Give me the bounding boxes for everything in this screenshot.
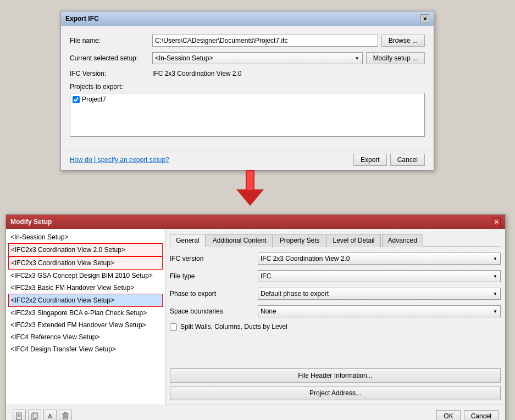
- tab-property-sets[interactable]: Property Sets: [274, 234, 326, 247]
- export-dialog-title: Export IFC: [65, 15, 99, 23]
- setup-select-wrapper: <In-Session Setup>: [152, 52, 363, 64]
- file-header-info-button[interactable]: File Header Information...: [170, 368, 501, 383]
- modify-cancel-button[interactable]: Cancel: [464, 410, 499, 420]
- phase-option-row: Phase to export Default phase to export: [170, 288, 501, 300]
- setup-label: Current selected setup:: [70, 54, 152, 62]
- phase-select-wrapper: Default phase to export: [258, 288, 501, 300]
- copy-icon-svg: [31, 412, 38, 420]
- export-dialog-footer: How do I specify an export setup? Export…: [61, 149, 434, 170]
- modify-dialog-body: <In-Session Setup> <IFC2x3 Coordination …: [6, 229, 505, 405]
- setup-item-in-session[interactable]: <In-Session Setup>: [8, 231, 163, 243]
- tab-additional-content[interactable]: Additional Content: [207, 234, 273, 247]
- export-footer-buttons: Export Cancel: [353, 154, 425, 166]
- ifc-version-select[interactable]: IFC 2x3 Coordination View 2.0: [258, 253, 501, 265]
- modify-ok-cancel-buttons: OK Cancel: [436, 410, 499, 420]
- setup-item-gsa-concept[interactable]: <IFC2x3 GSA Concept Design BIM 2010 Setu…: [8, 270, 163, 282]
- modify-close-btn[interactable]: ✕: [492, 217, 501, 226]
- new-setup-icon[interactable]: [13, 410, 26, 420]
- browse-button[interactable]: Browse ...: [381, 35, 425, 47]
- phase-select[interactable]: Default phase to export: [258, 288, 501, 300]
- export-button[interactable]: Export: [353, 154, 387, 166]
- export-dialog-titlebar: Export IFC ✕: [61, 12, 434, 26]
- setup-select-area: <In-Session Setup> Modify setup ...: [152, 52, 425, 64]
- file-type-option-label: File type: [170, 272, 258, 280]
- project-checkbox[interactable]: [73, 96, 80, 103]
- setup-item-extended-fm[interactable]: <IFC2x3 Extended FM Handover View Setup>: [8, 319, 163, 331]
- space-boundaries-option-label: Space boundaries: [170, 307, 258, 315]
- project-name: Project7: [82, 96, 106, 103]
- projects-list: Project7: [70, 93, 425, 137]
- setup-item-basic-fm[interactable]: <IFC2x3 Basic FM Handover View Setup>: [8, 282, 163, 294]
- svg-rect-2: [247, 171, 253, 190]
- export-dialog-close-btn[interactable]: ✕: [420, 14, 429, 23]
- export-dialog-body: File name: Browse ... Current selected s…: [61, 26, 434, 149]
- modify-setup-dialog: Modify Setup ✕ <In-Session Setup> <IFC2x…: [5, 214, 506, 420]
- split-walls-label: Split Walls, Columns, Ducts by Level: [180, 323, 287, 331]
- setup-item-ifc2x3-coord-2[interactable]: <IFC2x3 Coordination View 2.0 Setup>: [8, 243, 163, 256]
- space-boundaries-select[interactable]: None: [258, 305, 501, 317]
- modify-dialog-footer: A OK Cancel: [6, 405, 505, 420]
- svg-rect-3: [16, 413, 21, 419]
- svg-marker-1: [236, 189, 264, 206]
- file-input-area: Browse ...: [152, 35, 425, 47]
- tab-level-of-detail[interactable]: Level of Detail: [326, 234, 380, 247]
- down-arrow-icon: [236, 170, 264, 206]
- svg-rect-8: [33, 413, 37, 418]
- project-item: Project7: [73, 96, 422, 103]
- ifc-version-option-label: IFC version: [170, 255, 258, 262]
- ifc-version-value: IFC 2x3 Coordination View 2.0: [152, 70, 242, 77]
- new-icon-svg: [15, 412, 23, 420]
- projects-label: Projects to export:: [70, 83, 425, 91]
- ifc-version-select-wrapper: IFC 2x3 Coordination View 2.0: [258, 253, 501, 265]
- space-boundaries-select-wrapper: None: [258, 305, 501, 317]
- options-spacer: [170, 336, 501, 363]
- help-link[interactable]: How do I specify an export setup?: [70, 156, 169, 164]
- setup-item-singapore-bca[interactable]: <IFC2x3 Singapore BCA e-Plan Check Setup…: [8, 307, 163, 319]
- tab-advanced[interactable]: Advanced: [382, 234, 423, 247]
- general-tab-content: IFC version IFC 2x3 Coordination View 2.…: [170, 253, 501, 336]
- setup-options-panel: General Additional Content Property Sets…: [165, 229, 505, 405]
- options-buttons: File Header Information... Project Addre…: [170, 363, 501, 400]
- setup-row: Current selected setup: <In-Session Setu…: [70, 52, 425, 64]
- split-walls-row: Split Walls, Columns, Ducts by Level: [170, 323, 501, 331]
- export-cancel-button[interactable]: Cancel: [390, 154, 425, 166]
- setup-item-ifc4-reference[interactable]: <IFC4 Reference View Setup>: [8, 331, 163, 343]
- modify-dialog-title: Modify Setup: [10, 218, 52, 226]
- setup-item-ifc2x3-coord[interactable]: <IFC2x3 Coordination View Setup>: [8, 256, 163, 270]
- rename-icon-label: A: [48, 413, 52, 419]
- file-type-option-row: File type IFC: [170, 270, 501, 282]
- toolbar-icons: A: [13, 410, 72, 420]
- arrow-indicator: [236, 170, 269, 209]
- space-boundaries-option-row: Space boundaries None: [170, 305, 501, 317]
- tabs-bar: General Additional Content Property Sets…: [170, 233, 501, 247]
- modify-dialog-titlebar: Modify Setup ✕: [6, 215, 505, 229]
- ifc-version-option-row: IFC version IFC 2x3 Coordination View 2.…: [170, 253, 501, 265]
- ifc-version-row: IFC Version: IFC 2x3 Coordination View 2…: [70, 70, 425, 77]
- phase-option-label: Phase to export: [170, 290, 258, 298]
- rename-setup-icon[interactable]: A: [43, 410, 57, 420]
- tab-general[interactable]: General: [170, 234, 206, 247]
- file-name-row: File name: Browse ...: [70, 35, 425, 47]
- file-path-input[interactable]: [152, 35, 378, 47]
- delete-setup-icon[interactable]: [59, 410, 72, 420]
- project-address-button[interactable]: Project Address...: [170, 386, 501, 400]
- modify-setup-button[interactable]: Modify setup ...: [366, 52, 425, 64]
- modify-ok-button[interactable]: OK: [436, 410, 460, 420]
- file-type-select[interactable]: IFC: [258, 270, 501, 282]
- file-type-select-wrapper: IFC: [258, 270, 501, 282]
- setup-item-ifc4-design[interactable]: <IFC4 Design Transfer View Setup>: [8, 343, 163, 355]
- setup-item-ifc2x2-coord[interactable]: <IFC2x2 Coordination View Setup>: [8, 294, 163, 307]
- export-ifc-dialog: Export IFC ✕ File name: Browse ... Curre…: [60, 11, 434, 171]
- copy-setup-icon[interactable]: [28, 410, 41, 420]
- ifc-version-label: IFC Version:: [70, 70, 152, 77]
- delete-icon-svg: [62, 412, 69, 420]
- file-name-label: File name:: [70, 37, 152, 44]
- setup-list-panel: <In-Session Setup> <IFC2x3 Coordination …: [6, 229, 165, 405]
- projects-section: Projects to export: Project7: [70, 83, 425, 137]
- split-walls-checkbox[interactable]: [170, 323, 177, 331]
- setup-select[interactable]: <In-Session Setup>: [152, 52, 363, 64]
